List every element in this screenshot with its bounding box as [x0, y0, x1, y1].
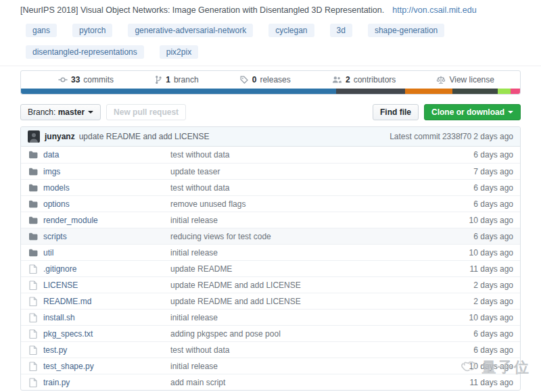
folder-icon — [28, 249, 39, 257]
file-name-link[interactable]: util — [43, 248, 170, 258]
find-file-button[interactable]: Find file — [373, 104, 419, 120]
language-segment — [511, 89, 520, 94]
branches-label: branch — [174, 75, 199, 84]
commit-message-link[interactable]: test without data — [170, 150, 438, 160]
folder-icon — [28, 216, 39, 224]
branch-select-button[interactable]: Branch: master — [20, 104, 101, 120]
file-icon — [28, 313, 39, 322]
topic-tag[interactable]: pytorch — [72, 24, 112, 37]
tag-icon — [239, 75, 249, 84]
branch-prefix: Branch: — [28, 107, 55, 117]
file-age: 6 days ago — [438, 329, 513, 339]
commit-author-link[interactable]: junyanz — [45, 132, 75, 141]
stat-view-license[interactable]: View license — [436, 75, 494, 84]
latest-commit-message-link[interactable]: update README and add LICENSE — [79, 132, 210, 141]
commit-message-link[interactable]: reducing views for test code — [170, 232, 438, 241]
clone-or-download-button[interactable]: Clone or download — [424, 104, 521, 120]
commit-message-link[interactable]: initial release — [170, 313, 438, 322]
commit-message-link[interactable]: update teaser — [170, 167, 438, 176]
file-name-link[interactable]: data — [43, 150, 170, 160]
file-name-link[interactable]: models — [43, 183, 170, 193]
repo-page: [NeurIPS 2018] Visual Object Networks: I… — [0, 0, 541, 391]
commit-message-link[interactable]: update README and add LICENSE — [170, 297, 438, 306]
commit-message-link[interactable]: test without data — [170, 345, 438, 355]
language-segment — [452, 89, 497, 94]
language-segment — [336, 89, 406, 94]
topics-list: gans pytorch generative-adversarial-netw… — [26, 24, 521, 59]
file-name-link[interactable]: train.py — [43, 378, 170, 387]
repo-stats-box: 33 commits 1 branch 0 releases 2 contrib… — [20, 70, 521, 95]
commit-message-link[interactable]: initial release — [170, 362, 438, 371]
stat-branches[interactable]: 1 branch — [154, 75, 198, 84]
file-age: 2 days ago — [438, 280, 513, 290]
latest-commit-bar: junyanz update README and add LICENSE La… — [21, 127, 520, 147]
commit-message-link[interactable]: adding pkgspec and pose pool — [170, 329, 438, 339]
file-name-link[interactable]: imgs — [43, 167, 170, 176]
latest-commit-label: Latest commit — [390, 132, 440, 141]
file-name-link[interactable]: test.py — [43, 345, 170, 355]
commit-message-link[interactable]: update README — [170, 264, 438, 274]
repo-description-row: [NeurIPS 2018] Visual Object Networks: I… — [20, 5, 521, 16]
language-bar[interactable] — [21, 89, 520, 94]
caret-down-icon — [508, 111, 513, 114]
topic-tag[interactable]: 3d — [330, 24, 352, 37]
file-icon — [28, 378, 39, 387]
releases-label: releases — [260, 75, 290, 84]
latest-commit-meta: Latest commit2338f702 days ago — [387, 132, 513, 141]
file-name-link[interactable]: scripts — [43, 232, 170, 241]
file-age: 11 days ago — [438, 378, 513, 387]
table-row: imgs update teaser 7 days ago — [21, 163, 520, 179]
commit-icon — [58, 75, 68, 84]
file-name-link[interactable]: .gitignore — [43, 264, 170, 274]
stat-commits[interactable]: 33 commits — [58, 75, 114, 84]
topic-tag[interactable]: shape-generation — [368, 24, 444, 37]
language-segment — [405, 89, 452, 94]
branches-count: 1 — [166, 75, 170, 84]
file-age: 10 days ago — [438, 248, 513, 258]
file-table: junyanz update README and add LICENSE La… — [20, 126, 521, 391]
table-row: train.py add main script 11 days ago — [21, 374, 520, 390]
file-icon — [28, 345, 39, 355]
releases-count: 0 — [252, 75, 257, 84]
table-row: .gitignore update README 11 days ago — [21, 260, 520, 276]
new-pull-request-button[interactable]: New pull request — [106, 104, 186, 120]
topic-tag[interactable]: cyclegan — [268, 24, 314, 37]
topic-tag[interactable]: generative-adversarial-network — [128, 24, 253, 37]
file-name-link[interactable]: test_shape.py — [43, 362, 170, 371]
file-name-link[interactable]: options — [43, 199, 170, 209]
table-row: README.md update README and add LICENSE … — [21, 293, 520, 309]
commit-sha[interactable]: 2338f70 — [442, 132, 471, 141]
topic-tag[interactable]: gans — [26, 24, 57, 37]
file-icon — [28, 280, 39, 290]
file-age: 11 days ago — [438, 264, 513, 274]
table-row: data test without data 6 days ago — [21, 147, 520, 163]
table-row: install.sh initial release 10 days ago — [21, 309, 520, 325]
file-age: 10 days ago — [438, 362, 513, 371]
topic-tag[interactable]: disentangled-representations — [26, 45, 144, 59]
people-icon — [331, 75, 342, 84]
file-name-link[interactable]: render_module — [43, 216, 170, 225]
latest-commit-time: 2 days ago — [473, 132, 513, 141]
avatar[interactable] — [28, 130, 40, 143]
commit-message-link[interactable]: add main script — [170, 378, 438, 387]
commit-message-link[interactable]: remove unused flags — [170, 199, 438, 209]
file-name-link[interactable]: pkg_specs.txt — [43, 329, 170, 339]
folder-icon — [28, 168, 39, 176]
table-row: test.py test without data 6 days ago — [21, 341, 520, 358]
contributors-label: contributors — [354, 75, 396, 84]
commit-message-link[interactable]: initial release — [170, 248, 438, 258]
commit-message-link[interactable]: test without data — [170, 183, 438, 193]
repo-website-link[interactable]: http://von.csail.mit.edu — [392, 5, 476, 15]
topic-tag[interactable]: pix2pix — [160, 45, 198, 59]
file-name-link[interactable]: LICENSE — [43, 280, 170, 290]
file-name-link[interactable]: README.md — [43, 297, 170, 306]
stat-releases[interactable]: 0 releases — [239, 75, 291, 84]
file-name-link[interactable]: install.sh — [43, 313, 170, 322]
clone-label: Clone or download — [431, 107, 504, 117]
commit-message-link[interactable]: update README and add LICENSE — [170, 280, 438, 290]
repo-description: [NeurIPS 2018] Visual Object Networks: I… — [20, 5, 384, 15]
commits-label: commits — [83, 75, 114, 84]
commit-message-link[interactable]: initial release — [170, 216, 438, 225]
stat-contributors[interactable]: 2 contributors — [331, 75, 396, 84]
license-label: View license — [449, 75, 494, 84]
